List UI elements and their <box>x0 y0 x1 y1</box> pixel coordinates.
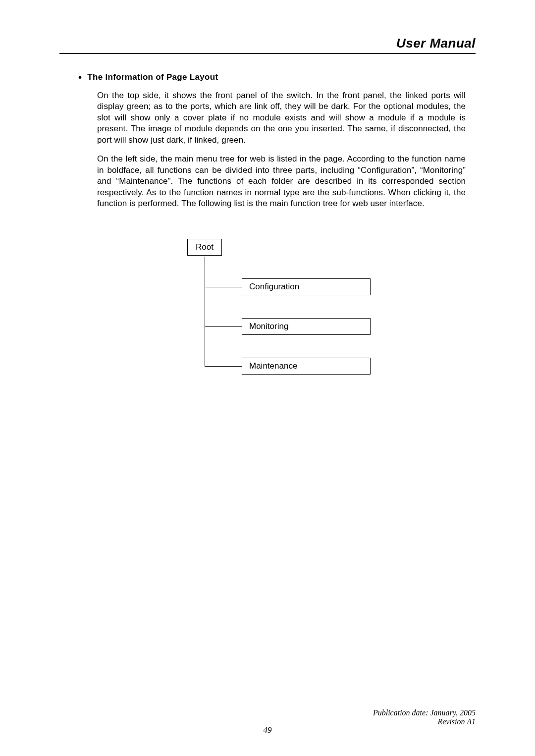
paragraph-2: On the left side, the main menu tree for… <box>78 154 466 209</box>
page-number: 49 <box>0 725 535 735</box>
page-footer: Publication date: January, 2005 Revision… <box>373 708 476 726</box>
footer-publication: Publication date: January, 2005 <box>373 708 476 717</box>
page-header: User Manual <box>59 36 476 54</box>
section-heading: • The Information of Page Layout <box>78 72 466 83</box>
header-title: User Manual <box>396 36 476 51</box>
tree-connector-vertical <box>205 257 205 367</box>
tree-node-maintenance: Maintenance <box>242 358 371 375</box>
tree-connector-h3 <box>205 366 242 367</box>
function-tree-diagram: Root Configuration Monitoring Maintenanc… <box>177 239 425 407</box>
section-heading-text: The Information of Page Layout <box>87 72 218 82</box>
tree-root-node: Root <box>187 239 222 256</box>
tree-connector-h1 <box>205 287 242 287</box>
tree-node-monitoring: Monitoring <box>242 318 371 335</box>
content-area: • The Information of Page Layout On the … <box>59 72 476 407</box>
paragraph-1: On the top side, it shows the front pane… <box>78 90 466 146</box>
tree-connector-h2 <box>205 326 242 327</box>
bullet-icon: • <box>78 72 82 83</box>
tree-node-configuration: Configuration <box>242 278 371 295</box>
